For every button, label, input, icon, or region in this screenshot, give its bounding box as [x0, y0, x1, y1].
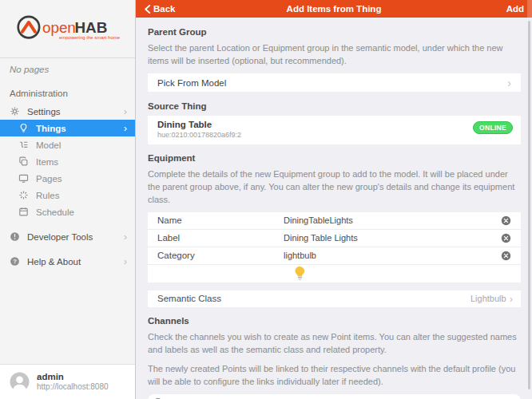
parent-group-description: Select the parent Location or Equipment … [148, 41, 521, 67]
source-thing-heading: Source Thing [148, 101, 521, 111]
thing-uid: hue:0210:00178820a6f9:2 [157, 131, 511, 140]
scrollbar-thumb[interactable] [528, 21, 530, 389]
category-icon-preview [148, 265, 521, 282]
sidebar-menu: Settings › Things › Model Items [0, 103, 135, 220]
svg-text:HAB: HAB [74, 19, 107, 36]
chevron-right-icon: › [124, 106, 127, 117]
sidebar-item-label: Pages [36, 174, 62, 184]
avatar [10, 372, 30, 392]
sidebar-item-model[interactable]: Model [0, 136, 135, 153]
sidebar-item-label: Model [36, 140, 61, 150]
no-pages-label: No pages [0, 57, 135, 79]
chevron-right-icon: › [124, 256, 127, 267]
field-label: Label [157, 233, 284, 243]
sidebar-item-things[interactable]: Things › [0, 120, 135, 136]
scrollbar-track [527, 0, 532, 18]
openhab-logo: open HAB empowering the smart home [0, 0, 135, 57]
add-button[interactable]: Add [506, 4, 524, 14]
sidebar-item-label: Help & About [27, 257, 81, 267]
monitor-icon [18, 173, 29, 184]
copy-icon [18, 156, 29, 167]
svg-text:?: ? [13, 258, 17, 265]
equipment-description: Complete the details of the new Equipmen… [148, 168, 521, 206]
source-thing-card[interactable]: Dining Table hue:0210:00178820a6f9:2 ONL… [148, 116, 521, 144]
lightbulb-icon [293, 266, 307, 281]
sidebar-item-label: Schedule [36, 207, 74, 217]
chevron-right-icon: › [507, 77, 511, 89]
clear-icon[interactable] [501, 215, 511, 226]
thing-name: Dining Table [157, 119, 511, 131]
field-label: Name [157, 215, 284, 225]
lightbulb-icon [18, 123, 29, 133]
sidebar-item-label: Rules [36, 191, 59, 200]
clear-icon[interactable] [501, 233, 511, 243]
sidebar-item-rules[interactable]: Rules [0, 187, 135, 203]
question-circle-icon: ? [10, 256, 20, 267]
sidebar-item-label: Settings [27, 107, 61, 117]
field-row-name: Name DiningTableLights [148, 212, 521, 230]
user-name: admin [37, 371, 109, 382]
channels-description-1: Check the channels you wish to create as… [148, 330, 521, 356]
semantic-class-value: Lightbulb [470, 294, 506, 303]
chevron-right-icon: › [510, 293, 513, 305]
chevron-left-icon [144, 5, 151, 14]
sidebar-item-schedule[interactable]: Schedule [0, 203, 135, 220]
field-label: Category [157, 251, 284, 260]
chevron-right-icon: › [124, 231, 127, 242]
search-channels-bar [148, 394, 521, 399]
pick-from-model-button[interactable]: Pick From Model › [148, 73, 521, 92]
page-title: Add Items from Thing [136, 4, 532, 14]
exclamation-circle-icon [10, 231, 20, 242]
sidebar-item-items[interactable]: Items [0, 153, 135, 170]
sidebar-item-developer-tools[interactable]: Developer Tools › [0, 228, 135, 245]
channels-heading: Channels [148, 316, 521, 326]
sidebar-item-label: Items [36, 157, 58, 167]
sidebar-item-pages[interactable]: Pages [0, 170, 135, 187]
app-window: open HAB empowering the smart home No pa… [0, 0, 532, 399]
status-badge: ONLINE [473, 121, 513, 134]
gear-icon [10, 106, 20, 117]
parent-group-heading: Parent Group [148, 27, 521, 37]
main-pane: Back Add Items from Thing Add Parent Gro… [136, 0, 532, 399]
sidebar-item-settings[interactable]: Settings › [0, 103, 135, 120]
administration-section-label: Administration [0, 79, 135, 103]
tree-icon [18, 140, 29, 150]
back-button[interactable]: Back [144, 4, 176, 14]
user-url: http://localhost:8080 [37, 382, 109, 393]
channels-description-2: The newly created Points will be linked … [148, 362, 521, 388]
logo-tagline: empowering the smart home [58, 35, 120, 40]
calendar-icon [18, 207, 29, 217]
svg-text:open: open [42, 19, 75, 36]
label-input[interactable]: Dining Table Lights [284, 233, 501, 243]
semantic-class-row[interactable]: Semantic Class Lightbulb › [148, 290, 521, 307]
field-row-label: Label Dining Table Lights [148, 230, 521, 247]
sparkle-icon [18, 190, 29, 200]
equipment-form: Name DiningTableLights Label Dining Tabl… [148, 212, 521, 282]
sidebar: open HAB empowering the smart home No pa… [0, 0, 136, 399]
sidebar-item-help-about[interactable]: ? Help & About › [0, 253, 135, 270]
equipment-heading: Equipment [148, 153, 521, 163]
name-input[interactable]: DiningTableLights [284, 215, 501, 225]
sidebar-item-label: Developer Tools [27, 232, 93, 242]
category-input[interactable]: lightbulb [284, 251, 501, 260]
chevron-right-icon: › [124, 123, 127, 133]
user-account[interactable]: admin http://localhost:8080 [0, 364, 135, 399]
navbar: Back Add Items from Thing Add [136, 0, 532, 18]
clear-icon[interactable] [501, 251, 511, 261]
content: Parent Group Select the parent Location … [136, 18, 532, 399]
field-row-category: Category lightbulb [148, 247, 521, 265]
sidebar-item-label: Things [36, 124, 66, 133]
